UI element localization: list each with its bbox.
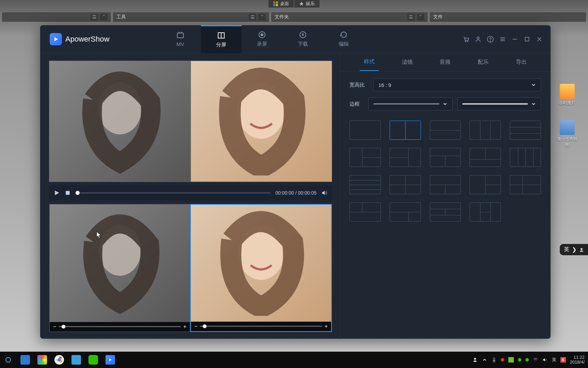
play-button[interactable] — [54, 190, 60, 196]
strip-dropdown-icon[interactable]: ˅ — [417, 14, 424, 20]
preview-pane-left[interactable] — [49, 61, 191, 182]
border-width-select[interactable] — [369, 97, 453, 110]
taskbar-explorer-icon[interactable] — [20, 355, 30, 365]
system-tab-entertainment-label: 娱乐 — [306, 1, 315, 7]
strip-file[interactable]: 文件 — [430, 12, 586, 22]
tray-clock[interactable]: 11:22 2018/4/ — [570, 355, 585, 365]
nav-split[interactable]: 分屏 — [201, 25, 242, 53]
tray-green-dot-icon[interactable] — [518, 358, 521, 362]
tab-audio[interactable]: 音频 — [436, 54, 455, 71]
strip-dropdown-icon[interactable]: ˅ — [258, 14, 266, 20]
maximize-button[interactable] — [523, 35, 531, 43]
clip-strip: − + − + — [49, 204, 332, 332]
minimize-button[interactable] — [511, 35, 519, 43]
nav-split-label: 分屏 — [216, 42, 226, 48]
svg-point-27 — [581, 248, 583, 250]
strip-list-icon[interactable]: ☰ — [407, 14, 415, 20]
layout-mix-c[interactable] — [510, 175, 541, 194]
layout-mix-e[interactable] — [390, 202, 421, 221]
zoom-in-button[interactable]: + — [183, 324, 186, 330]
help-icon[interactable] — [487, 35, 494, 43]
taskbar-photos-icon[interactable] — [37, 355, 47, 365]
aspect-label: 宽高比 — [349, 82, 369, 88]
system-tab-entertainment[interactable]: 娱乐 — [294, 0, 320, 7]
svg-rect-24 — [66, 191, 69, 195]
layout-4x1[interactable] — [349, 175, 381, 194]
cart-icon[interactable] — [462, 35, 470, 43]
tray-red-dot-icon[interactable] — [501, 358, 504, 362]
layout-l-left[interactable] — [349, 148, 381, 167]
tray-green-dot-icon[interactable] — [525, 358, 529, 362]
strip-folder[interactable]: 文件夹 ☰ ˅ — [271, 12, 427, 22]
tab-filter[interactable]: 滤镜 — [398, 54, 417, 71]
stop-button[interactable] — [65, 190, 71, 196]
zoom-out-button[interactable]: − — [194, 323, 197, 329]
layout-1x3[interactable] — [470, 121, 501, 140]
zoom-in-button[interactable]: + — [325, 323, 328, 329]
tray-people-icon[interactable] — [472, 357, 478, 363]
layout-2x1[interactable] — [430, 121, 461, 140]
layout-l-right[interactable] — [390, 148, 421, 167]
tray-ime-label[interactable]: 英 — [552, 357, 556, 363]
layout-3x1[interactable] — [510, 121, 541, 140]
svg-rect-19 — [525, 37, 529, 41]
app-logo-mark — [50, 33, 62, 45]
layout-mix-a[interactable] — [430, 175, 461, 194]
nav-mv[interactable]: MV — [160, 25, 201, 53]
desktop-icon-temp-images[interactable]: 临时图片 — [556, 84, 578, 106]
menu-icon[interactable] — [499, 35, 506, 43]
layout-2x2[interactable] — [390, 175, 421, 194]
clip-2[interactable]: − + — [190, 204, 332, 332]
tray-temp-icon[interactable] — [491, 357, 497, 363]
app-logo[interactable]: ApowerShow — [40, 33, 119, 45]
tab-export[interactable]: 导出 — [512, 54, 531, 71]
tray-volume-icon[interactable] — [542, 357, 548, 363]
taskbar-wechat-icon[interactable] — [88, 355, 98, 365]
strip-dropdown-icon[interactable]: ˅ — [100, 14, 108, 20]
layout-1x1[interactable] — [349, 121, 381, 140]
zoom-slider[interactable] — [59, 326, 180, 327]
aspect-select[interactable]: 16 : 9 — [373, 78, 541, 91]
layout-mix-d[interactable] — [349, 202, 381, 221]
user-icon[interactable] — [474, 35, 482, 43]
nav-edit[interactable]: 编辑 — [323, 25, 364, 53]
preview-pane-right[interactable] — [191, 61, 332, 182]
layout-1x2[interactable] — [390, 121, 421, 140]
layout-mix-g[interactable] — [470, 202, 501, 221]
tray-sogou-icon[interactable]: S — [560, 357, 566, 363]
nav-download[interactable]: 下载 — [282, 25, 323, 53]
layout-t-bottom[interactable] — [470, 148, 501, 167]
folder-icon — [560, 120, 575, 135]
desktop-icon-promo[interactable]: 微乐传奇转图 — [556, 120, 578, 148]
close-button[interactable] — [536, 35, 543, 43]
preview-canvas[interactable] — [49, 61, 332, 182]
tab-style[interactable]: 样式 — [360, 53, 379, 71]
clip-1[interactable]: − + — [49, 204, 190, 332]
zoom-slider[interactable] — [200, 326, 322, 327]
progress-slider[interactable] — [76, 192, 271, 194]
tray-nvidia-icon[interactable] — [508, 357, 514, 363]
taskbar-notepad-icon[interactable] — [71, 355, 81, 365]
system-tab-desktop-label: 桌面 — [280, 1, 289, 7]
nav-record[interactable]: 录屏 — [242, 25, 282, 53]
strip-list-icon[interactable]: ☰ — [249, 14, 256, 20]
strip-list-icon[interactable]: ☰ — [91, 14, 98, 20]
taskbar-chrome-icon[interactable] — [54, 355, 64, 365]
layout-mix-f[interactable] — [430, 202, 461, 221]
ime-float-badge[interactable]: 英 ❯ — [560, 244, 588, 255]
strip-left[interactable]: ☰ ˅ — [2, 12, 111, 22]
tray-chevron-up-icon[interactable] — [482, 357, 487, 363]
layout-1x4[interactable] — [510, 148, 541, 167]
tray-wifi-icon[interactable] — [533, 357, 538, 363]
border-style-select[interactable] — [457, 97, 541, 110]
strip-tools[interactable]: 工具 ☰ ˅ — [113, 12, 269, 22]
zoom-out-button[interactable]: − — [53, 324, 56, 330]
start-button[interactable] — [3, 355, 13, 365]
tab-music[interactable]: 配乐 — [474, 54, 493, 71]
svg-point-8 — [261, 34, 263, 36]
layout-mix-b[interactable] — [470, 175, 501, 194]
volume-icon[interactable] — [321, 190, 327, 196]
system-tab-desktop[interactable]: 桌面 — [268, 0, 294, 7]
layout-t-top[interactable] — [430, 148, 461, 167]
taskbar-apowershow-icon[interactable] — [105, 355, 115, 365]
